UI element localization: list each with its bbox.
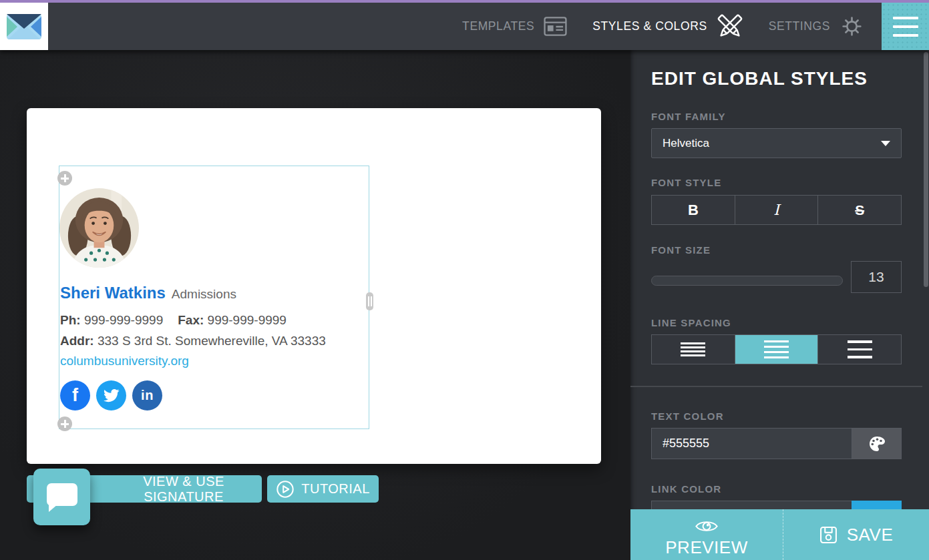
styles-sidebar: EDIT GLOBAL STYLES FONT FAMILY Helvetica… — [630, 50, 929, 560]
nav-templates-label: TEMPLATES — [462, 19, 534, 33]
fax-label: Fax: — [178, 313, 204, 327]
linkedin-icon[interactable]: in — [132, 380, 162, 410]
line-spacing-medium-button[interactable] — [735, 335, 819, 364]
nav-item-templates[interactable]: TEMPLATES — [462, 17, 567, 36]
nav-menu: TEMPLATES STYLES & COLORS — [462, 3, 864, 50]
sidebar-scrollbar-thumb[interactable] — [924, 52, 928, 287]
gear-icon — [840, 14, 864, 39]
line-spacing-label: LINE SPACING — [651, 317, 902, 328]
signature-website-link[interactable]: columbusuniversity.org — [60, 354, 189, 368]
profile-photo[interactable] — [59, 188, 139, 268]
font-style-group: B I S — [651, 195, 902, 225]
signature-name: Sheri Watkins — [60, 284, 166, 302]
section-divider — [630, 386, 922, 387]
add-row-below-button[interactable] — [57, 416, 72, 431]
chevron-down-icon — [881, 141, 890, 146]
nav-item-settings[interactable]: SETTINGS — [769, 14, 864, 39]
wide-spacing-icon — [848, 340, 872, 358]
text-color-input[interactable] — [651, 428, 852, 459]
app-root: TEMPLATES STYLES & COLORS — [0, 0, 929, 560]
text-color-picker-button[interactable] — [852, 428, 902, 459]
envelope-logo-icon — [7, 14, 41, 39]
templates-icon — [544, 17, 567, 36]
hamburger-menu-button[interactable] — [882, 3, 929, 50]
font-size-value[interactable]: 13 — [851, 261, 902, 293]
line-spacing-tight-button[interactable] — [652, 335, 735, 364]
line-spacing-wide-button[interactable] — [818, 335, 901, 364]
preview-button[interactable]: PREVIEW — [630, 509, 783, 560]
link-color-label: LINK COLOR — [651, 483, 902, 495]
text-color-field — [651, 428, 902, 459]
italic-button[interactable]: I — [735, 196, 819, 224]
block-drag-handle[interactable] — [366, 292, 373, 310]
line-spacing-group — [651, 334, 902, 364]
font-size-label: FONT SIZE — [651, 244, 902, 256]
twitter-icon[interactable] — [96, 380, 126, 410]
hamburger-icon — [893, 17, 918, 19]
save-button[interactable]: SAVE — [783, 509, 929, 560]
font-family-label: FONT FAMILY — [651, 111, 902, 122]
tutorial-button[interactable]: TUTORIAL — [267, 475, 379, 503]
strikethrough-button[interactable]: S — [818, 196, 901, 224]
font-family-value: Helvetica — [663, 137, 709, 150]
sidebar-bottom-bar: PREVIEW SAVE — [630, 509, 929, 560]
address-label: Addr: — [60, 334, 94, 348]
font-style-label: FONT STYLE — [651, 177, 902, 188]
social-icons-row: f in — [60, 380, 162, 410]
top-nav: TEMPLATES STYLES & COLORS — [0, 3, 929, 50]
editor-canvas: Sheri WatkinsAdmissions Ph: 999-999-9999… — [0, 50, 630, 560]
medium-spacing-icon — [764, 340, 789, 359]
chat-bubble-icon — [47, 483, 77, 506]
eye-icon — [695, 519, 719, 534]
nav-item-styles-colors[interactable]: STYLES & COLORS — [592, 13, 743, 40]
address-value: 333 S 3rd St. Somewhereville, VA 33333 — [98, 334, 326, 348]
nav-styles-label: STYLES & COLORS — [592, 19, 707, 33]
font-family-select[interactable]: Helvetica — [651, 128, 902, 158]
styles-pencils-icon — [717, 13, 743, 40]
app-logo[interactable] — [0, 3, 48, 50]
signature-job-title: Admissions — [172, 287, 236, 301]
save-floppy-icon — [819, 526, 838, 544]
add-row-above-button[interactable] — [57, 171, 72, 186]
facebook-icon[interactable]: f — [60, 380, 90, 410]
nav-settings-label: SETTINGS — [769, 19, 830, 33]
top-accent-strip — [0, 0, 929, 3]
signature-block-selection[interactable]: Sheri WatkinsAdmissions Ph: 999-999-9999… — [59, 166, 369, 429]
text-color-label: TEXT COLOR — [651, 410, 902, 422]
phone-label: Ph: — [60, 313, 81, 327]
signature-phone-row: Ph: 999-999-9999Fax: 999-999-9999 — [60, 313, 287, 328]
profile-photo-illustration — [59, 188, 139, 268]
signature-address-row: Addr: 333 S 3rd St. Somewhereville, VA 3… — [60, 334, 326, 348]
bold-button[interactable]: B — [652, 196, 735, 224]
play-circle-icon — [276, 480, 295, 499]
signature-preview-card: Sheri WatkinsAdmissions Ph: 999-999-9999… — [27, 108, 601, 464]
font-size-slider-track[interactable] — [651, 276, 843, 286]
phone-value: 999-999-9999 — [84, 313, 163, 327]
chat-launcher-button[interactable] — [33, 469, 90, 525]
fax-value: 999-999-9999 — [208, 313, 287, 327]
sidebar-title: EDIT GLOBAL STYLES — [651, 68, 902, 89]
signature-name-row: Sheri WatkinsAdmissions — [60, 284, 236, 302]
palette-icon — [868, 435, 886, 453]
tight-spacing-icon — [681, 342, 705, 357]
